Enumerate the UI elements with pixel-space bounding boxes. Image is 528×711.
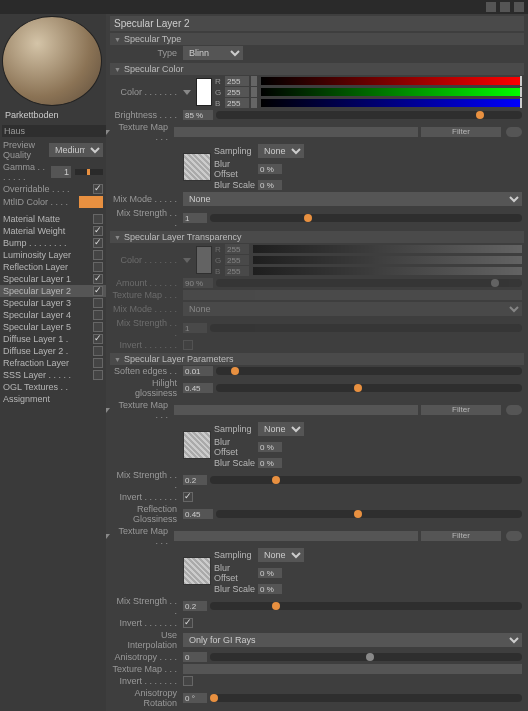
aniso-rot-input[interactable] [183, 693, 207, 703]
overridable-check[interactable] [93, 184, 103, 194]
layer-row-13[interactable]: SSS Layer . . . . . [0, 369, 106, 381]
aniso-input[interactable] [183, 652, 207, 662]
layer-check[interactable] [93, 334, 103, 344]
layer-check[interactable] [93, 226, 103, 236]
texture-input[interactable] [174, 127, 418, 137]
p-tex2-toggle[interactable] [506, 531, 522, 541]
layer-row-2[interactable]: Bump . . . . . . . . [0, 237, 106, 249]
layer-check[interactable] [93, 370, 103, 380]
aniso-rot-slider[interactable] [210, 694, 522, 702]
layer-row-12[interactable]: Refraction Layer [0, 357, 106, 369]
p-tex2-preview[interactable] [183, 557, 211, 585]
section-transparency[interactable]: Specular Layer Transparency [110, 231, 524, 243]
texture-expand-icon[interactable] [106, 130, 110, 135]
layer-check[interactable] [93, 262, 103, 272]
mixstrength-input[interactable] [183, 213, 207, 223]
layer-row-7[interactable]: Specular Layer 3 [0, 297, 106, 309]
p2-bluroffset-input[interactable] [258, 568, 282, 578]
reflgloss-input[interactable] [183, 509, 213, 519]
layer-row-15[interactable]: Assignment [0, 393, 106, 405]
minimize-button[interactable] [486, 2, 496, 12]
p-mixstr2-slider[interactable] [210, 602, 522, 610]
b-slider[interactable] [261, 99, 522, 107]
p-bluroffset-input[interactable] [258, 442, 282, 452]
filter-button[interactable]: Filter [421, 127, 501, 137]
brightness-input[interactable] [183, 110, 213, 120]
layer-check[interactable] [93, 274, 103, 284]
p-filter-button[interactable]: Filter [421, 405, 501, 415]
p-tex-preview[interactable] [183, 431, 211, 459]
hilight-input[interactable] [183, 383, 213, 393]
gamma-slider[interactable] [75, 169, 103, 175]
mixstrength-slider[interactable] [210, 214, 522, 222]
section-parameters[interactable]: Specular Layer Parameters [110, 353, 524, 365]
layer-row-0[interactable]: Material Matte [0, 213, 106, 225]
layer-row-10[interactable]: Diffuse Layer 1 . [0, 333, 106, 345]
material-preview[interactable] [2, 16, 102, 106]
section-specular-color[interactable]: Specular Color [110, 63, 524, 75]
gamma-input[interactable] [51, 166, 71, 178]
spin-down[interactable] [251, 103, 257, 108]
p-invert-check[interactable] [183, 492, 193, 502]
p-tex-toggle[interactable] [506, 405, 522, 415]
p-tex-expand[interactable] [106, 408, 110, 413]
g-slider[interactable] [261, 88, 522, 96]
p-mixstr-input[interactable] [183, 475, 207, 485]
layer-check[interactable] [93, 250, 103, 260]
reflgloss-slider[interactable] [216, 510, 522, 518]
p-blurscale-input[interactable] [258, 458, 282, 468]
texture-toggle[interactable] [506, 127, 522, 137]
p2-sampling-select[interactable]: None [258, 548, 304, 562]
section-specular-type[interactable]: Specular Type [110, 33, 524, 45]
layer-row-14[interactable]: OGL Textures . . [0, 381, 106, 393]
color-expand-icon[interactable] [183, 90, 191, 95]
mtlid-color-swatch[interactable] [79, 196, 103, 208]
material-class-input[interactable] [2, 125, 118, 137]
layer-check[interactable] [93, 214, 103, 224]
layer-row-1[interactable]: Material Weight [0, 225, 106, 237]
blur-scale-input[interactable] [258, 180, 282, 190]
layer-row-9[interactable]: Specular Layer 5 [0, 321, 106, 333]
layer-check[interactable] [93, 310, 103, 320]
layer-check[interactable] [93, 238, 103, 248]
p-mixstr-slider[interactable] [210, 476, 522, 484]
layer-check[interactable] [93, 346, 103, 356]
hilight-slider[interactable] [216, 384, 522, 392]
p-tex-input[interactable] [174, 405, 418, 415]
p-invert2-check[interactable] [183, 618, 193, 628]
p-mixstr2-input[interactable] [183, 601, 207, 611]
r-slider[interactable] [261, 77, 522, 85]
layer-check[interactable] [93, 322, 103, 332]
layer-check[interactable] [93, 358, 103, 368]
soften-input[interactable] [183, 366, 213, 376]
close-button[interactable] [514, 2, 524, 12]
sampling-select[interactable]: None [258, 144, 304, 158]
aniso-slider[interactable] [210, 653, 522, 661]
layer-check[interactable] [93, 298, 103, 308]
p-tex2-expand[interactable] [106, 534, 110, 539]
interp-select[interactable]: Only for GI Rays [183, 633, 522, 647]
p-sampling-select[interactable]: None [258, 422, 304, 436]
type-select[interactable]: Blinn [183, 46, 243, 60]
spin-down[interactable] [251, 92, 257, 97]
blur-offset-input[interactable] [258, 164, 282, 174]
aniso-inv-check[interactable] [183, 676, 193, 686]
layer-row-3[interactable]: Luminosity Layer [0, 249, 106, 261]
texture-preview[interactable] [183, 153, 211, 181]
aniso-tex-input[interactable] [183, 664, 522, 674]
g-input[interactable] [225, 87, 249, 97]
mixmode-select[interactable]: None [183, 192, 522, 206]
layer-row-8[interactable]: Specular Layer 4 [0, 309, 106, 321]
r-input[interactable] [225, 76, 249, 86]
layer-row-11[interactable]: Diffuse Layer 2 . [0, 345, 106, 357]
maximize-button[interactable] [500, 2, 510, 12]
layer-check[interactable] [93, 286, 103, 296]
b-input[interactable] [225, 98, 249, 108]
preview-quality-select[interactable]: Medium [49, 143, 103, 157]
p-tex2-input[interactable] [174, 531, 418, 541]
spin-down[interactable] [251, 81, 257, 86]
layer-row-6[interactable]: Specular Layer 2 [0, 285, 106, 297]
brightness-slider[interactable] [216, 111, 522, 119]
color-swatch[interactable] [196, 78, 212, 106]
layer-row-5[interactable]: Specular Layer 1 [0, 273, 106, 285]
